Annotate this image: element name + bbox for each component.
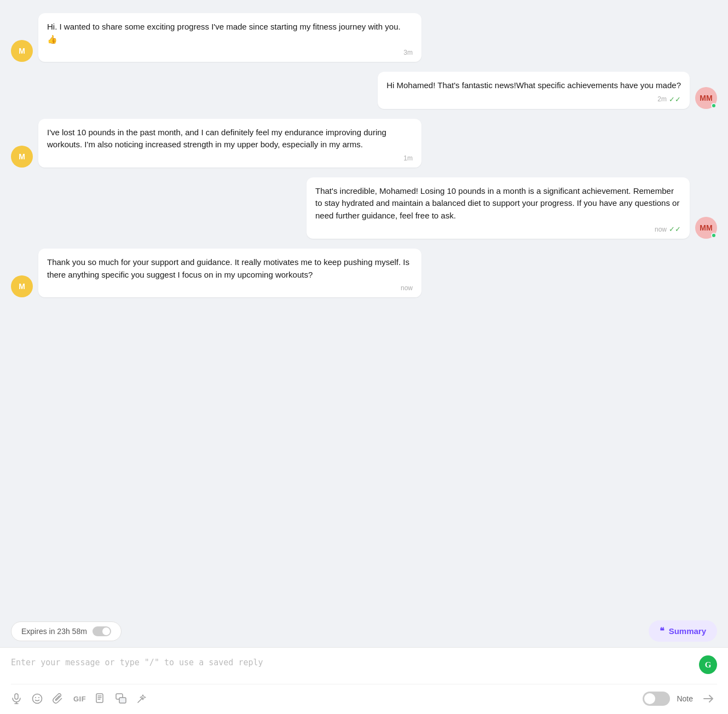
svg-rect-8 [119, 698, 126, 703]
avatar: MM [695, 87, 717, 109]
message-row: MThank you so much for your support and … [11, 249, 717, 297]
avatar: M [11, 146, 33, 168]
message-time: now [655, 226, 667, 233]
expires-bar: Expires in 23h 58m ❝ Summary [0, 615, 728, 647]
message-text: Hi Mohamed! That's fantastic news!What s… [386, 79, 681, 92]
gif-icon[interactable]: GIF [73, 695, 86, 703]
attachment-icon[interactable] [53, 693, 63, 704]
grammarly-icon: G [705, 660, 712, 670]
expires-label: Expires in 23h 58m [21, 627, 87, 636]
chat-wrapper: MHi. I wanted to share some exciting pro… [0, 0, 728, 615]
expires-pill: Expires in 23h 58m [11, 621, 122, 641]
message-time: now [401, 284, 413, 292]
message-row: MMThat's incredible, Mohamed! Losing 10 … [11, 177, 717, 239]
message-time: 2m [657, 95, 667, 103]
grammarly-button[interactable]: G [699, 655, 717, 674]
read-tick: ✓✓ [669, 225, 681, 233]
online-indicator [711, 233, 717, 238]
message-time: 3m [403, 49, 413, 56]
avatar: M [11, 275, 33, 297]
message-bubble: Thank you so much for your support and g… [38, 249, 421, 297]
input-area: G [0, 647, 728, 714]
message-row: MHi. I wanted to share some exciting pro… [11, 13, 717, 62]
summary-button[interactable]: ❝ Summary [649, 620, 717, 642]
message-input[interactable] [11, 655, 694, 680]
message-bubble: Hi. I wanted to share some exciting prog… [38, 13, 421, 62]
summary-label: Summary [669, 626, 706, 636]
svg-rect-6 [96, 694, 103, 703]
microphone-icon[interactable] [11, 693, 22, 704]
chat-icon[interactable] [115, 693, 126, 704]
emoji-icon[interactable] [32, 693, 43, 704]
message-time: 1m [403, 154, 413, 162]
summary-icon: ❝ [660, 626, 665, 636]
avatar: MM [695, 217, 717, 239]
avatar: M [11, 40, 33, 62]
svg-rect-0 [15, 694, 18, 699]
message-bubble: Hi Mohamed! That's fantastic news!What s… [378, 72, 690, 109]
message-text: That's incredible, Mohamed! Losing 10 po… [315, 185, 681, 222]
online-indicator [711, 103, 717, 108]
message-row: MMHi Mohamed! That's fantastic news!What… [11, 72, 717, 109]
message-text: Hi. I wanted to share some exciting prog… [47, 21, 413, 45]
message-text: Thank you so much for your support and g… [47, 256, 413, 281]
svg-point-3 [33, 694, 42, 704]
toolbar-icons: GIF [11, 693, 643, 704]
document-icon[interactable] [96, 693, 106, 704]
send-button[interactable] [700, 690, 717, 707]
message-row: MI've lost 10 pounds in the past month, … [11, 119, 717, 168]
message-bubble: I've lost 10 pounds in the past month, a… [38, 119, 421, 168]
note-label: Note [677, 694, 693, 703]
expires-toggle[interactable] [93, 626, 111, 636]
message-bubble: That's incredible, Mohamed! Losing 10 po… [307, 177, 690, 239]
message-text: I've lost 10 pounds in the past month, a… [47, 126, 413, 151]
magic-icon[interactable] [136, 693, 147, 704]
toolbar: GIF Note [11, 684, 717, 714]
svg-point-5 [38, 697, 39, 698]
toolbar-right: Note [643, 690, 717, 707]
note-toggle[interactable] [643, 692, 670, 706]
svg-point-4 [35, 697, 36, 698]
chat-area: MHi. I wanted to share some exciting pro… [0, 0, 728, 306]
read-tick: ✓✓ [669, 95, 681, 103]
